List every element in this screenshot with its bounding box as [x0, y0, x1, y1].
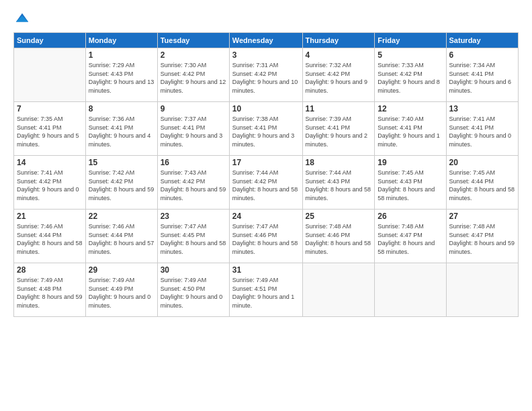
day-info: Sunrise: 7:30 AMSunset: 4:42 PMDaylight:… — [161, 61, 226, 95]
day-info: Sunrise: 7:29 AMSunset: 4:43 PMDaylight:… — [89, 61, 154, 95]
day-info: Sunrise: 7:40 AMSunset: 4:41 PMDaylight:… — [378, 115, 443, 148]
day-info: Sunrise: 7:45 AMSunset: 4:44 PMDaylight:… — [449, 169, 515, 202]
day-number: 16 — [161, 158, 226, 167]
day-number: 20 — [449, 158, 515, 167]
day-info: Sunrise: 7:33 AMSunset: 4:42 PMDaylight:… — [378, 61, 443, 95]
day-info: Sunrise: 7:37 AMSunset: 4:41 PMDaylight:… — [161, 115, 226, 148]
day-info: Sunrise: 7:31 AMSunset: 4:42 PMDaylight:… — [232, 61, 300, 95]
day-info: Sunrise: 7:34 AMSunset: 4:41 PMDaylight:… — [449, 61, 515, 95]
calendar-cell — [14, 48, 86, 102]
calendar-day-header: Saturday — [446, 33, 518, 48]
calendar-cell: 10Sunrise: 7:38 AMSunset: 4:41 PMDayligh… — [229, 102, 302, 156]
calendar-cell: 21Sunrise: 7:46 AMSunset: 4:44 PMDayligh… — [14, 210, 86, 263]
day-number: 24 — [232, 212, 300, 221]
calendar-week-row: 21Sunrise: 7:46 AMSunset: 4:44 PMDayligh… — [14, 210, 519, 263]
calendar-cell — [446, 263, 518, 317]
day-info: Sunrise: 7:49 AMSunset: 4:48 PMDaylight:… — [17, 276, 83, 310]
day-number: 7 — [17, 104, 83, 113]
day-number: 30 — [161, 265, 226, 275]
day-info: Sunrise: 7:49 AMSunset: 4:51 PMDaylight:… — [232, 276, 300, 310]
calendar-cell: 11Sunrise: 7:39 AMSunset: 4:41 PMDayligh… — [302, 102, 375, 156]
day-number: 31 — [232, 265, 300, 275]
calendar-day-header: Thursday — [302, 33, 375, 48]
calendar-cell — [302, 263, 375, 317]
calendar-cell: 3Sunrise: 7:31 AMSunset: 4:42 PMDaylight… — [229, 48, 302, 102]
calendar-cell: 22Sunrise: 7:46 AMSunset: 4:44 PMDayligh… — [85, 210, 157, 263]
day-number: 6 — [449, 50, 515, 60]
calendar-table: SundayMondayTuesdayWednesdayThursdayFrid… — [13, 32, 519, 317]
calendar-cell: 18Sunrise: 7:44 AMSunset: 4:43 PMDayligh… — [302, 156, 375, 210]
day-number: 15 — [89, 158, 154, 167]
day-info: Sunrise: 7:35 AMSunset: 4:41 PMDaylight:… — [17, 115, 83, 148]
day-info: Sunrise: 7:43 AMSunset: 4:42 PMDaylight:… — [161, 169, 226, 202]
day-number: 26 — [378, 212, 443, 221]
day-number: 22 — [89, 212, 154, 221]
calendar-cell: 7Sunrise: 7:35 AMSunset: 4:41 PMDaylight… — [14, 102, 86, 156]
svg-marker-1 — [16, 15, 28, 21]
calendar-day-header: Friday — [375, 33, 446, 48]
logo-icon — [15, 11, 30, 26]
day-number: 3 — [232, 50, 300, 60]
calendar-day-header: Tuesday — [157, 33, 229, 48]
calendar-cell: 8Sunrise: 7:36 AMSunset: 4:41 PMDaylight… — [85, 102, 157, 156]
day-number: 27 — [449, 212, 515, 221]
calendar-cell: 13Sunrise: 7:41 AMSunset: 4:41 PMDayligh… — [446, 102, 518, 156]
calendar-week-row: 28Sunrise: 7:49 AMSunset: 4:48 PMDayligh… — [14, 263, 519, 317]
calendar-cell: 24Sunrise: 7:47 AMSunset: 4:46 PMDayligh… — [229, 210, 302, 263]
page: SundayMondayTuesdayWednesdayThursdayFrid… — [0, 0, 532, 411]
header — [13, 11, 519, 26]
day-info: Sunrise: 7:39 AMSunset: 4:41 PMDaylight:… — [306, 115, 372, 148]
calendar-cell: 15Sunrise: 7:42 AMSunset: 4:42 PMDayligh… — [85, 156, 157, 210]
calendar-cell: 2Sunrise: 7:30 AMSunset: 4:42 PMDaylight… — [157, 48, 229, 102]
calendar-day-header: Wednesday — [229, 33, 302, 48]
calendar-cell: 1Sunrise: 7:29 AMSunset: 4:43 PMDaylight… — [85, 48, 157, 102]
day-info: Sunrise: 7:32 AMSunset: 4:42 PMDaylight:… — [306, 61, 372, 95]
day-info: Sunrise: 7:46 AMSunset: 4:44 PMDaylight:… — [89, 222, 154, 256]
calendar-day-header: Monday — [85, 33, 157, 48]
day-number: 8 — [89, 104, 154, 113]
day-number: 9 — [161, 104, 226, 113]
calendar-cell: 29Sunrise: 7:49 AMSunset: 4:49 PMDayligh… — [85, 263, 157, 317]
day-info: Sunrise: 7:46 AMSunset: 4:44 PMDaylight:… — [17, 222, 83, 256]
calendar-cell: 14Sunrise: 7:41 AMSunset: 4:42 PMDayligh… — [14, 156, 86, 210]
day-number: 13 — [449, 104, 515, 113]
day-number: 12 — [378, 104, 443, 113]
calendar-week-row: 1Sunrise: 7:29 AMSunset: 4:43 PMDaylight… — [14, 48, 519, 102]
day-number: 18 — [306, 158, 372, 167]
calendar-cell: 16Sunrise: 7:43 AMSunset: 4:42 PMDayligh… — [157, 156, 229, 210]
day-info: Sunrise: 7:45 AMSunset: 4:43 PMDaylight:… — [378, 169, 443, 202]
day-info: Sunrise: 7:47 AMSunset: 4:45 PMDaylight:… — [161, 222, 226, 256]
day-info: Sunrise: 7:48 AMSunset: 4:47 PMDaylight:… — [378, 222, 443, 256]
day-info: Sunrise: 7:48 AMSunset: 4:46 PMDaylight:… — [306, 222, 372, 256]
day-number: 4 — [306, 50, 372, 60]
day-info: Sunrise: 7:49 AMSunset: 4:49 PMDaylight:… — [89, 276, 154, 310]
calendar-cell: 23Sunrise: 7:47 AMSunset: 4:45 PMDayligh… — [157, 210, 229, 263]
calendar-cell: 31Sunrise: 7:49 AMSunset: 4:51 PMDayligh… — [229, 263, 302, 317]
day-number: 25 — [306, 212, 372, 221]
day-number: 5 — [378, 50, 443, 60]
day-number: 19 — [378, 158, 443, 167]
day-number: 23 — [161, 212, 226, 221]
day-info: Sunrise: 7:42 AMSunset: 4:42 PMDaylight:… — [89, 169, 154, 202]
day-number: 29 — [89, 265, 154, 275]
calendar-cell: 27Sunrise: 7:48 AMSunset: 4:47 PMDayligh… — [446, 210, 518, 263]
calendar-cell: 26Sunrise: 7:48 AMSunset: 4:47 PMDayligh… — [375, 210, 446, 263]
calendar-day-header: Sunday — [14, 33, 86, 48]
calendar-cell: 17Sunrise: 7:44 AMSunset: 4:42 PMDayligh… — [229, 156, 302, 210]
calendar-week-row: 7Sunrise: 7:35 AMSunset: 4:41 PMDaylight… — [14, 102, 519, 156]
day-info: Sunrise: 7:38 AMSunset: 4:41 PMDaylight:… — [232, 115, 300, 148]
day-info: Sunrise: 7:49 AMSunset: 4:50 PMDaylight:… — [161, 276, 226, 310]
calendar-cell: 25Sunrise: 7:48 AMSunset: 4:46 PMDayligh… — [302, 210, 375, 263]
day-info: Sunrise: 7:47 AMSunset: 4:46 PMDaylight:… — [232, 222, 300, 256]
day-info: Sunrise: 7:44 AMSunset: 4:43 PMDaylight:… — [306, 169, 372, 202]
calendar-cell — [375, 263, 446, 317]
day-number: 14 — [17, 158, 83, 167]
day-number: 21 — [17, 212, 83, 221]
day-number: 10 — [232, 104, 300, 113]
calendar-week-row: 14Sunrise: 7:41 AMSunset: 4:42 PMDayligh… — [14, 156, 519, 210]
calendar-cell: 30Sunrise: 7:49 AMSunset: 4:50 PMDayligh… — [157, 263, 229, 317]
day-info: Sunrise: 7:44 AMSunset: 4:42 PMDaylight:… — [232, 169, 300, 202]
logo — [13, 11, 30, 26]
calendar-cell: 6Sunrise: 7:34 AMSunset: 4:41 PMDaylight… — [446, 48, 518, 102]
day-info: Sunrise: 7:48 AMSunset: 4:47 PMDaylight:… — [449, 222, 515, 256]
